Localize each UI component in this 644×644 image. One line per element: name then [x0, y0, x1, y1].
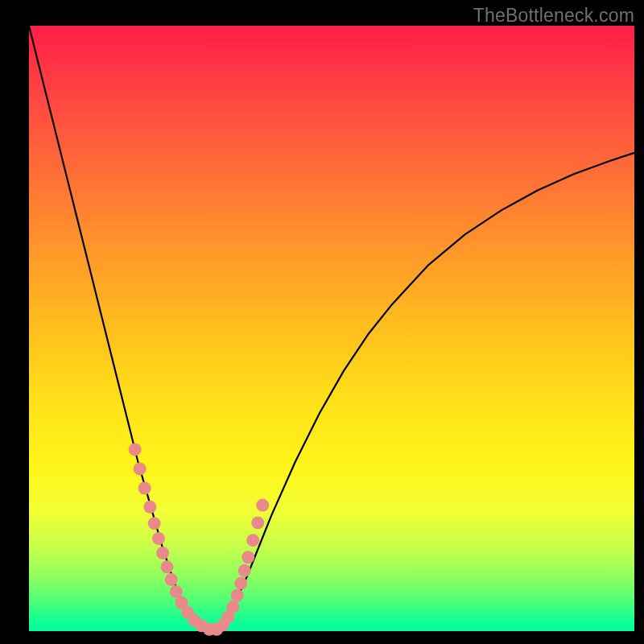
data-marker — [129, 443, 142, 456]
data-marker — [134, 462, 147, 475]
data-marker — [143, 501, 156, 514]
curve-svg — [29, 26, 634, 631]
data-markers — [129, 443, 270, 635]
data-marker — [170, 585, 183, 598]
data-marker — [234, 577, 247, 590]
chart-frame: TheBottleneck.com — [0, 0, 644, 644]
data-marker — [242, 551, 254, 564]
data-marker — [251, 516, 264, 529]
data-marker — [226, 601, 239, 613]
data-marker — [138, 482, 151, 495]
data-marker — [156, 547, 169, 559]
bottleneck-curve — [29, 26, 634, 631]
data-marker — [152, 532, 165, 545]
data-marker — [165, 573, 178, 586]
data-marker — [238, 564, 251, 577]
plot-area — [29, 26, 634, 631]
data-marker — [160, 560, 173, 573]
data-marker — [256, 499, 269, 512]
watermark-text: TheBottleneck.com — [473, 5, 634, 27]
data-marker — [246, 534, 259, 547]
data-marker — [231, 589, 244, 602]
data-marker — [148, 517, 161, 530]
